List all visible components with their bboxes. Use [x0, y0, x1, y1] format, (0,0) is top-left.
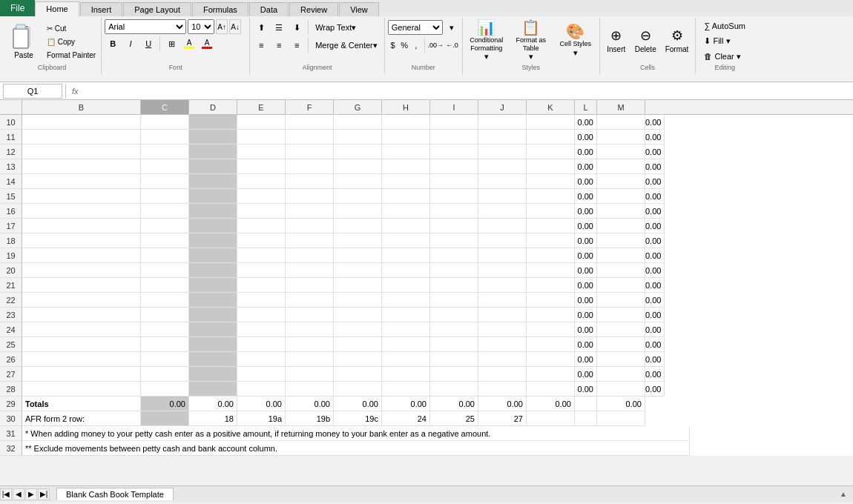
cell[interactable] — [237, 115, 286, 130]
cell[interactable] — [286, 145, 334, 159]
cell[interactable]: 0.00 — [645, 263, 665, 278]
cell[interactable] — [189, 337, 237, 352]
cell[interactable] — [237, 219, 286, 233]
cell[interactable] — [189, 219, 237, 233]
cell[interactable] — [478, 174, 527, 189]
paste-button[interactable]: Paste — [4, 19, 43, 62]
cell[interactable] — [286, 204, 334, 219]
delete-button[interactable]: ⊖ Delete — [631, 19, 660, 61]
cell[interactable] — [189, 263, 237, 278]
col-header-b[interactable]: B — [22, 100, 141, 114]
cell[interactable] — [527, 293, 575, 308]
cell[interactable] — [527, 308, 575, 322]
cell[interactable] — [141, 352, 189, 367]
cell[interactable] — [430, 367, 478, 382]
bold-button[interactable]: B — [105, 36, 121, 52]
cell[interactable] — [189, 278, 237, 293]
cell[interactable] — [430, 278, 478, 293]
cell[interactable]: 0.00 — [645, 278, 665, 293]
cell[interactable] — [22, 145, 141, 159]
cell[interactable]: 0.00 — [575, 233, 597, 248]
cell[interactable] — [597, 248, 645, 263]
cell[interactable] — [334, 233, 382, 248]
cell[interactable] — [430, 293, 478, 308]
cell[interactable] — [189, 352, 237, 367]
cell[interactable]: 0.00 — [645, 189, 665, 204]
cell[interactable] — [286, 130, 334, 145]
cell-styles-button[interactable]: 🎨 Cell Styles ▾ — [555, 19, 596, 61]
cell[interactable]: 0.00 — [575, 382, 597, 397]
col-header-g[interactable]: G — [334, 100, 382, 114]
cell[interactable] — [334, 322, 382, 337]
font-size-increase[interactable]: A↑ — [216, 19, 228, 34]
cell[interactable] — [22, 130, 141, 145]
cell[interactable] — [382, 263, 430, 278]
font-name-select[interactable]: Arial — [105, 19, 186, 34]
cell[interactable] — [382, 322, 430, 337]
cell[interactable] — [597, 115, 645, 130]
cut-button[interactable]: ✂ Cut — [45, 22, 98, 36]
cell[interactable] — [430, 130, 478, 145]
cell[interactable] — [478, 352, 527, 367]
cell[interactable]: 0.00 — [575, 278, 597, 293]
cell[interactable]: 0.00 — [645, 145, 665, 159]
borders-button[interactable]: ⊞ — [163, 36, 180, 52]
totals-cell[interactable]: 0.00 — [382, 397, 430, 411]
copy-button[interactable]: 📋 Copy — [45, 36, 98, 49]
col-header-c[interactable]: C — [141, 100, 189, 114]
tab-page-layout[interactable]: Page Layout — [123, 2, 191, 16]
cell[interactable] — [334, 337, 382, 352]
cell[interactable] — [430, 248, 478, 263]
cell[interactable] — [597, 382, 645, 397]
cell[interactable] — [597, 293, 645, 308]
cell[interactable] — [141, 337, 189, 352]
cell[interactable]: 0.00 — [575, 189, 597, 204]
cell[interactable] — [382, 367, 430, 382]
cell[interactable] — [237, 159, 286, 174]
cell[interactable] — [597, 352, 645, 367]
tab-view[interactable]: View — [339, 2, 379, 16]
cell[interactable] — [141, 278, 189, 293]
cell[interactable] — [382, 233, 430, 248]
fill-color-button[interactable]: A — [181, 36, 197, 52]
cell[interactable] — [597, 159, 645, 174]
cell[interactable] — [527, 367, 575, 382]
align-left-button[interactable]: ≡ — [253, 37, 269, 53]
cell[interactable] — [22, 233, 141, 248]
cell[interactable] — [22, 352, 141, 367]
cell[interactable] — [597, 145, 645, 159]
align-middle-button[interactable]: ☰ — [271, 19, 287, 36]
cell[interactable] — [237, 293, 286, 308]
cell[interactable]: 0.00 — [645, 174, 665, 189]
cell[interactable] — [527, 263, 575, 278]
cell[interactable] — [189, 189, 237, 204]
cell[interactable] — [189, 322, 237, 337]
totals-l[interactable] — [575, 397, 597, 411]
cell[interactable] — [22, 204, 141, 219]
cell[interactable] — [430, 189, 478, 204]
cell[interactable] — [527, 278, 575, 293]
cell[interactable] — [382, 352, 430, 367]
cell[interactable] — [22, 115, 141, 130]
cell[interactable]: 0.00 — [645, 159, 665, 174]
sheet-nav-last[interactable]: ▶| — [38, 488, 50, 500]
cell[interactable] — [597, 308, 645, 322]
cell[interactable] — [334, 204, 382, 219]
format-as-table-button[interactable]: 📋 Format as Table ▾ — [510, 19, 552, 61]
cell[interactable] — [527, 159, 575, 174]
cell[interactable] — [141, 367, 189, 382]
cell[interactable] — [478, 278, 527, 293]
increase-decimal[interactable]: .00→ — [427, 37, 444, 53]
cell[interactable] — [597, 263, 645, 278]
cell[interactable] — [430, 174, 478, 189]
cell[interactable] — [22, 382, 141, 397]
totals-c[interactable]: 0.00 — [141, 397, 189, 411]
cell[interactable] — [334, 189, 382, 204]
cell[interactable] — [478, 159, 527, 174]
cell[interactable] — [334, 293, 382, 308]
cell[interactable] — [527, 337, 575, 352]
cell[interactable] — [527, 189, 575, 204]
percent-button[interactable]: % — [399, 37, 409, 53]
number-format-expand[interactable]: ▾ — [444, 19, 458, 36]
autosum-button[interactable]: ∑ AutoSum — [699, 19, 751, 33]
